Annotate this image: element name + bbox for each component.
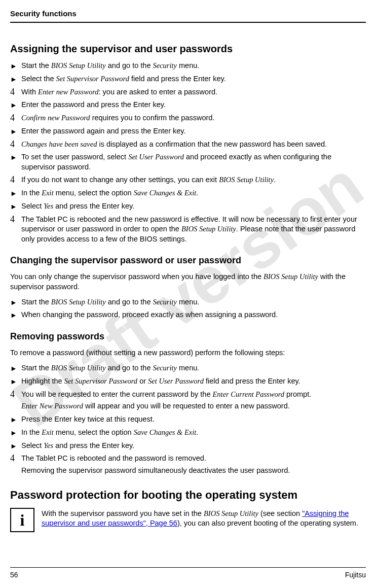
list-item: ►Select Yes and press the Enter key. — [10, 201, 366, 212]
main-content: Assigning the supervisor and user passwo… — [10, 43, 366, 532]
list-item: 4Confirm new Password requires you to co… — [10, 113, 366, 123]
list-item: ►In the Exit menu, select the option Sav… — [10, 428, 366, 438]
action-marker: ► — [10, 152, 21, 162]
list-item: 4If you do not want to change any other … — [10, 175, 366, 185]
result-marker: 4 — [10, 87, 21, 96]
info-text: With the supervisor password you have se… — [42, 508, 366, 532]
list-item: ►Press the Enter key twice at this reque… — [10, 414, 366, 425]
list-item-text: Highlight the Set Supervisor Password or… — [21, 376, 366, 387]
page-header: Security functions — [10, 9, 366, 23]
action-marker: ► — [10, 74, 21, 84]
list-item-text: The Tablet PC is rebooted and the passwo… — [21, 454, 366, 475]
action-marker: ► — [10, 428, 21, 438]
section3-intro: To remove a password (without setting a … — [10, 348, 366, 358]
list-item-text: Select Yes and press the Enter key. — [21, 441, 366, 451]
action-marker: ► — [10, 414, 21, 425]
list-item: 4With Enter new Password: you are asked … — [10, 87, 366, 97]
page-footer: 56 Fujitsu — [10, 567, 366, 579]
result-marker: 4 — [10, 113, 21, 122]
list-item-text: With Enter new Password: you are asked t… — [21, 87, 366, 97]
action-marker: ► — [10, 363, 21, 373]
list-item-text: To set the user password, select Set Use… — [21, 152, 366, 172]
list-item-text: If you do not want to change any other s… — [21, 175, 366, 185]
result-marker: 4 — [10, 390, 21, 399]
result-marker: 4 — [10, 140, 21, 149]
result-marker: 4 — [10, 215, 21, 224]
list-item-text: Start the BIOS Setup Utility and go to t… — [21, 61, 366, 71]
action-marker: ► — [10, 310, 21, 320]
section2-intro: You can only change the supervisor passw… — [10, 272, 366, 292]
list-item-text: In the Exit menu, select the option Save… — [21, 428, 366, 438]
action-marker: ► — [10, 441, 21, 451]
action-marker: ► — [10, 188, 21, 198]
info-box: i With the supervisor password you have … — [10, 508, 366, 532]
section2-title: Changing the supervisor password or user… — [10, 255, 366, 266]
list-item: ►Enter the password and press the Enter … — [10, 100, 366, 110]
result-marker: 4 — [10, 454, 21, 463]
list-item-text: Select Yes and press the Enter key. — [21, 201, 366, 212]
info-icon: i — [10, 508, 34, 532]
list-item: ►Start the BIOS Setup Utility and go to … — [10, 363, 366, 373]
action-marker: ► — [10, 376, 21, 387]
list-item-text: Start the BIOS Setup Utility and go to t… — [21, 363, 366, 373]
action-marker: ► — [10, 126, 21, 136]
list-item-text: You will be requested to enter the curre… — [21, 390, 366, 411]
list-item-subline: Removing the supervisor password simulta… — [21, 466, 366, 476]
list-item: ►To set the user password, select Set Us… — [10, 152, 366, 172]
result-marker: 4 — [10, 175, 21, 184]
list-item: ►Highlight the Set Supervisor Password o… — [10, 376, 366, 387]
list-item-text: In the Exit menu, select the option Save… — [21, 188, 366, 198]
list-item: 4The Tablet PC is rebooted and the passw… — [10, 454, 366, 475]
list-item-text: Press the Enter key twice at this reques… — [21, 414, 366, 425]
list-item-subline: Enter New Password will appear and you w… — [21, 401, 366, 411]
list-item: 4You will be requested to enter the curr… — [10, 390, 366, 411]
section3-title: Removing passwords — [10, 331, 366, 342]
action-marker: ► — [10, 297, 21, 307]
list-item-text: Enter the password again and press the E… — [21, 126, 366, 136]
list-item: ►In the Exit menu, select the option Sav… — [10, 188, 366, 198]
list-item: ►Select the Set Supervisor Password fiel… — [10, 74, 366, 84]
action-marker: ► — [10, 201, 21, 212]
list-item: 4The Tablet PC is rebooted and the new p… — [10, 215, 366, 245]
list-item-text: Start the BIOS Setup Utility and go to t… — [21, 297, 366, 307]
list-item-text: When changing the password, proceed exac… — [21, 310, 366, 320]
list-item: ►Select Yes and press the Enter key. — [10, 441, 366, 451]
action-marker: ► — [10, 61, 21, 71]
footer-brand: Fujitsu — [345, 571, 366, 579]
list-item-text: Select the Set Supervisor Password field… — [21, 74, 366, 84]
list-item: 4Changes have been saved is displayed as… — [10, 140, 366, 150]
list-item-text: Enter the password and press the Enter k… — [21, 100, 366, 110]
list-item: ►When changing the password, proceed exa… — [10, 310, 366, 320]
list-item-text: Changes have been saved is displayed as … — [21, 140, 366, 150]
list-item-text: Confirm new Password requires you to con… — [21, 113, 366, 123]
list-item-text: The Tablet PC is rebooted and the new pa… — [21, 215, 366, 245]
section1-title: Assigning the supervisor and user passwo… — [10, 43, 366, 55]
action-marker: ► — [10, 100, 21, 110]
list-item: ►Start the BIOS Setup Utility and go to … — [10, 61, 366, 71]
section4-title: Password protection for booting the oper… — [10, 489, 366, 502]
list-item: ►Enter the password again and press the … — [10, 126, 366, 136]
list-item: ►Start the BIOS Setup Utility and go to … — [10, 297, 366, 307]
page-number: 56 — [10, 571, 18, 579]
